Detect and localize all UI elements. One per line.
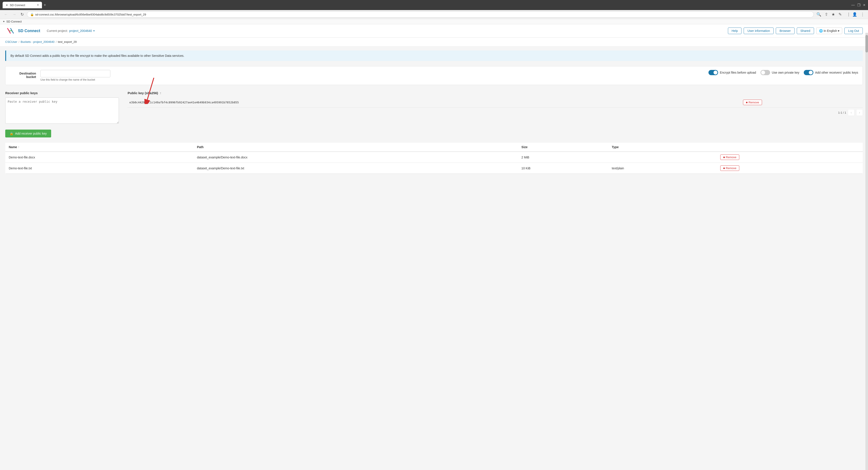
breadcrumb-buckets[interactable]: Buckets - project_2004640 xyxy=(21,40,55,43)
main-section: Receiver public keys Public key (sha256)… xyxy=(5,91,863,124)
name-col-sort[interactable]: Name ↑ xyxy=(9,145,190,149)
remove-key-btn[interactable]: ■ Remove xyxy=(743,100,762,105)
encrypt-slider xyxy=(709,70,718,75)
tab-title: SD Connect xyxy=(10,3,25,7)
encrypt-label: Encrypt files before upload xyxy=(720,71,756,74)
project-chevron[interactable]: ▾ xyxy=(93,29,95,32)
col-header-name: Name ↑ xyxy=(5,143,193,152)
add-key-label: Add receiver public key xyxy=(15,132,47,135)
browser-actions: 🔍 ⇧ ★ ✎ ⎹ 👤 ⋮ xyxy=(815,11,865,17)
back-btn[interactable]: ← xyxy=(3,12,9,17)
col-header-type: Type xyxy=(609,143,717,152)
remove-file-btn-0[interactable]: ■ Remove xyxy=(720,155,739,160)
forward-btn[interactable]: → xyxy=(11,12,18,17)
breadcrumb-cscuser[interactable]: CSCUser xyxy=(5,40,17,43)
extensions-btn[interactable]: ✎ xyxy=(838,11,843,17)
destination-row: Destination bucket test_export_29 Use th… xyxy=(10,70,111,81)
remove-icon: ■ xyxy=(746,101,748,104)
logo-area: SD Connect Current project: project_2004… xyxy=(5,26,95,35)
sidebar-btn[interactable]: ⎹ xyxy=(844,12,850,17)
share-btn[interactable]: ⇧ xyxy=(824,11,829,17)
profile-btn[interactable]: 👤 xyxy=(851,11,858,17)
file-size-1: 10 KiB xyxy=(518,163,608,174)
project-name[interactable]: project_2004640 xyxy=(69,29,92,33)
browser-chrome: ✦ SD Connect × + — ❐ × xyxy=(0,0,868,10)
language-label: In English xyxy=(824,29,837,33)
address-bar[interactable]: 🔒 sd-connect.csc.fi/browse/upload/6c856e… xyxy=(27,11,814,18)
remove-file-btn-1[interactable]: ■ Remove xyxy=(720,165,739,171)
help-btn[interactable]: Help xyxy=(728,28,742,34)
user-information-btn[interactable]: User information xyxy=(744,28,774,34)
globe-icon: 🌐 xyxy=(819,29,823,33)
tab-close-btn[interactable]: × xyxy=(37,3,39,7)
table-row: Demo-text-file.docx dataset_example/Demo… xyxy=(5,152,863,163)
bookmark-btn[interactable]: ★ xyxy=(831,11,836,17)
remove-file-icon-0: ■ xyxy=(723,156,725,159)
public-key-value: e3b0c44298fc1c149afbf4c8996fb92427ae41e4… xyxy=(128,97,741,107)
info-banner-text: By default SD Connect adds a public key … xyxy=(10,54,184,58)
receiver-keys-title: Receiver public keys xyxy=(5,91,119,95)
col-header-path: Path xyxy=(193,143,518,152)
remove-file-label-1: Remove xyxy=(726,166,736,170)
prev-page-btn[interactable]: ‹ xyxy=(848,109,855,116)
public-key-actions: ■ Remove xyxy=(741,97,863,107)
public-key-header: Public key (sha256) ↑ xyxy=(128,91,863,95)
scroll-thumb[interactable] xyxy=(865,35,868,53)
next-page-btn[interactable]: › xyxy=(856,109,863,116)
file-type-1: text/plain xyxy=(609,163,717,174)
receiver-keys-section: Receiver public keys xyxy=(5,91,119,124)
breadcrumb-current: test_export_29 xyxy=(58,40,77,43)
file-path-0: dataset_example/Demo-text-file.docx xyxy=(193,152,518,163)
receiver-textarea[interactable] xyxy=(5,97,119,124)
language-btn[interactable]: 🌐 In English ▾ xyxy=(816,28,842,34)
add-receivers-toggle-item: Add other receivers' public keys xyxy=(804,70,858,75)
encrypt-toggle[interactable] xyxy=(709,70,718,75)
browser-tab[interactable]: ✦ SD Connect × xyxy=(3,2,42,8)
file-size-0: 2 MiB xyxy=(518,152,608,163)
window-maximize[interactable]: ❐ xyxy=(857,3,860,7)
file-name-0: Demo-text-file.docx xyxy=(5,152,193,163)
scrollbar[interactable] xyxy=(865,33,868,470)
file-actions-1: ■ Remove xyxy=(717,163,863,174)
app-title: SD Connect xyxy=(18,29,40,33)
browser-btn[interactable]: Browser xyxy=(776,28,794,34)
private-key-toggle[interactable] xyxy=(761,70,770,75)
add-receivers-toggle[interactable] xyxy=(804,70,813,75)
url-display: sd-connect.csc.fi/browse/upload/6c856e6b… xyxy=(35,13,810,16)
public-key-table: e3b0c44298fc1c149afbf4c8996fb92427ae41e4… xyxy=(128,97,863,107)
col-header-actions xyxy=(717,143,863,152)
project-selector[interactable]: Current project: project_2004640 ▾ xyxy=(47,29,95,33)
file-type-0 xyxy=(609,152,717,163)
pagination-row: 1-1 / 1 ‹ › xyxy=(128,109,863,116)
breadcrumb-sep-1: / xyxy=(19,40,20,43)
logout-btn[interactable]: Log Out xyxy=(844,28,863,34)
file-name-1: Demo-text-file.txt xyxy=(5,163,193,174)
public-key-row: e3b0c44298fc1c149afbf4c8996fb92427ae41e4… xyxy=(128,97,863,107)
menu-btn[interactable]: ⋮ xyxy=(860,11,865,17)
add-receivers-label: Add other receivers' public keys xyxy=(815,71,858,74)
file-path-1: dataset_example/Demo-text-file.txt xyxy=(193,163,518,174)
public-key-sort-arrow[interactable]: ↑ xyxy=(160,91,161,95)
info-banner: By default SD Connect adds a public key … xyxy=(5,51,863,61)
toggles-row: Encrypt files before upload Use own priv… xyxy=(704,70,858,75)
new-tab-btn[interactable]: + xyxy=(44,3,46,7)
add-receiver-public-key-btn[interactable]: 🔒 Add receiver public key xyxy=(5,130,51,137)
destination-bucket-input[interactable]: test_export_29 xyxy=(40,70,111,77)
current-project-label: Current project: xyxy=(47,29,68,33)
search-btn[interactable]: 🔍 xyxy=(815,11,822,17)
private-key-slider xyxy=(761,70,770,75)
csc-logo xyxy=(5,26,16,35)
remove-file-icon-1: ■ xyxy=(723,166,725,170)
app-header: SD Connect Current project: project_2004… xyxy=(0,24,868,38)
col-name-label: Name xyxy=(9,145,17,149)
refresh-btn[interactable]: ↻ xyxy=(19,11,25,17)
name-sort-icon[interactable]: ↑ xyxy=(18,146,19,149)
table-row: Demo-text-file.txt dataset_example/Demo-… xyxy=(5,163,863,174)
window-close[interactable]: × xyxy=(863,3,865,7)
window-minimize[interactable]: — xyxy=(851,3,855,7)
public-key-column-header: Public key (sha256) xyxy=(128,91,158,95)
pagination-info: 1-1 / 1 xyxy=(838,111,846,114)
col-header-size: Size xyxy=(518,143,608,152)
shared-btn[interactable]: Shared xyxy=(797,28,814,34)
header-nav: Help User information Browser Shared 🌐 I… xyxy=(728,28,863,34)
